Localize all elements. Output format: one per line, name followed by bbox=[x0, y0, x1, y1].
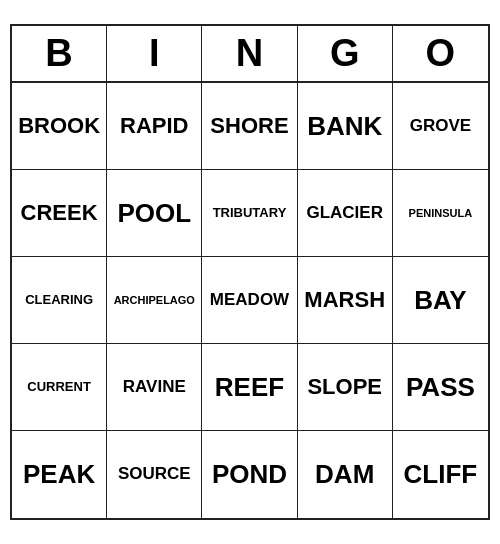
bingo-cell: REEF bbox=[202, 344, 297, 431]
header-letter-i: I bbox=[107, 26, 202, 81]
cell-label: MARSH bbox=[304, 288, 385, 312]
cell-label: ARCHIPELAGO bbox=[114, 294, 195, 306]
cell-label: CLEARING bbox=[25, 293, 93, 307]
bingo-grid: BROOKRAPIDSHOREBANKGROVECREEKPOOLTRIBUTA… bbox=[12, 83, 488, 518]
cell-label: PENINSULA bbox=[409, 207, 473, 219]
header-letter-g: G bbox=[298, 26, 393, 81]
cell-label: RAVINE bbox=[123, 378, 186, 397]
bingo-cell: SLOPE bbox=[298, 344, 393, 431]
bingo-cell: PENINSULA bbox=[393, 170, 488, 257]
bingo-cell: CURRENT bbox=[12, 344, 107, 431]
bingo-cell: BAY bbox=[393, 257, 488, 344]
bingo-cell: CLEARING bbox=[12, 257, 107, 344]
cell-label: BROOK bbox=[18, 114, 100, 138]
bingo-cell: RAPID bbox=[107, 83, 202, 170]
bingo-cell: ARCHIPELAGO bbox=[107, 257, 202, 344]
cell-label: CLIFF bbox=[404, 460, 478, 489]
bingo-cell: RAVINE bbox=[107, 344, 202, 431]
cell-label: SLOPE bbox=[307, 375, 382, 399]
cell-label: SOURCE bbox=[118, 465, 191, 484]
header-letter-n: N bbox=[202, 26, 297, 81]
bingo-cell: MARSH bbox=[298, 257, 393, 344]
cell-label: DAM bbox=[315, 460, 374, 489]
bingo-cell: POOL bbox=[107, 170, 202, 257]
cell-label: GLACIER bbox=[306, 204, 383, 223]
bingo-cell: POND bbox=[202, 431, 297, 518]
bingo-cell: CREEK bbox=[12, 170, 107, 257]
header-letter-o: O bbox=[393, 26, 488, 81]
bingo-cell: BROOK bbox=[12, 83, 107, 170]
bingo-cell: DAM bbox=[298, 431, 393, 518]
bingo-cell: GLACIER bbox=[298, 170, 393, 257]
bingo-cell: PEAK bbox=[12, 431, 107, 518]
cell-label: CREEK bbox=[21, 201, 98, 225]
cell-label: POND bbox=[212, 460, 287, 489]
cell-label: BANK bbox=[307, 112, 382, 141]
bingo-cell: TRIBUTARY bbox=[202, 170, 297, 257]
cell-label: PEAK bbox=[23, 460, 95, 489]
bingo-cell: SOURCE bbox=[107, 431, 202, 518]
bingo-cell: CLIFF bbox=[393, 431, 488, 518]
cell-label: RAPID bbox=[120, 114, 188, 138]
cell-label: TRIBUTARY bbox=[213, 206, 287, 220]
cell-label: REEF bbox=[215, 373, 284, 402]
cell-label: POOL bbox=[117, 199, 191, 228]
bingo-cell: MEADOW bbox=[202, 257, 297, 344]
cell-label: BAY bbox=[414, 286, 467, 315]
cell-label: SHORE bbox=[210, 114, 288, 138]
bingo-cell: PASS bbox=[393, 344, 488, 431]
cell-label: MEADOW bbox=[210, 291, 289, 310]
cell-label: CURRENT bbox=[27, 380, 91, 394]
cell-label: PASS bbox=[406, 373, 475, 402]
bingo-header: BINGO bbox=[12, 26, 488, 83]
header-letter-b: B bbox=[12, 26, 107, 81]
bingo-cell: BANK bbox=[298, 83, 393, 170]
bingo-cell: GROVE bbox=[393, 83, 488, 170]
bingo-card: BINGO BROOKRAPIDSHOREBANKGROVECREEKPOOLT… bbox=[10, 24, 490, 520]
cell-label: GROVE bbox=[410, 117, 471, 136]
bingo-cell: SHORE bbox=[202, 83, 297, 170]
